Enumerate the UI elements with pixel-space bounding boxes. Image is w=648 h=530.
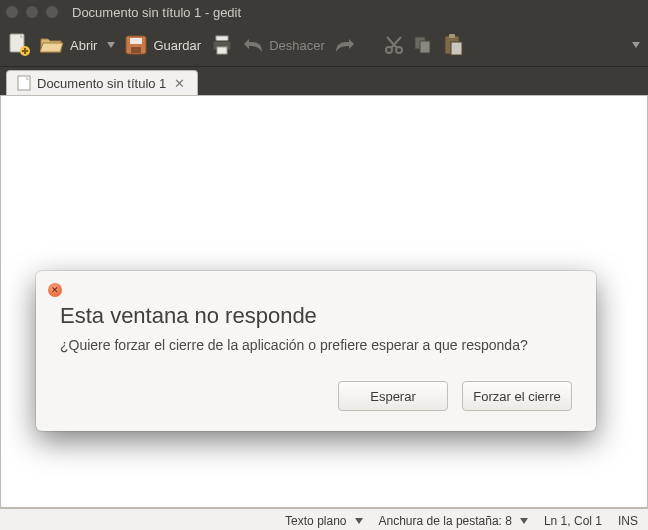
open-button[interactable]: Abrir [40, 35, 115, 55]
syntax-mode-selector[interactable]: Texto plano [285, 514, 362, 528]
wait-button[interactable]: Esperar [338, 381, 448, 411]
svg-rect-9 [217, 47, 227, 54]
cursor-position: Ln 1, Col 1 [544, 514, 602, 528]
toolbar-menu-chevron-icon[interactable] [632, 42, 640, 48]
new-file-button[interactable] [8, 33, 30, 57]
save-label: Guardar [153, 38, 201, 53]
close-icon: ✕ [51, 285, 59, 295]
window-title: Documento sin título 1 - gedit [72, 5, 241, 20]
copy-icon [413, 35, 433, 55]
open-label: Abrir [70, 38, 97, 53]
document-icon [17, 75, 31, 91]
save-button[interactable]: Guardar [125, 35, 201, 55]
undo-icon [243, 37, 263, 53]
svg-rect-17 [18, 76, 30, 90]
svg-rect-3 [22, 50, 28, 52]
chevron-down-icon [355, 518, 363, 524]
save-icon [125, 35, 147, 55]
insert-mode-indicator: INS [618, 514, 638, 528]
chevron-down-icon [520, 518, 528, 524]
force-quit-button[interactable]: Forzar el cierre [462, 381, 572, 411]
window-maximize-button[interactable] [46, 6, 58, 18]
tab-width-selector[interactable]: Anchura de la pestaña: 8 [379, 514, 528, 528]
window-titlebar: Documento sin título 1 - gedit [0, 0, 648, 24]
document-tabstrip: Documento sin título 1 ✕ [0, 67, 648, 95]
undo-button[interactable]: Deshacer [243, 37, 325, 53]
svg-rect-5 [130, 38, 142, 44]
syntax-mode-label: Texto plano [285, 514, 346, 528]
scissors-icon [385, 36, 403, 54]
tab-close-icon[interactable]: ✕ [172, 76, 187, 91]
open-folder-icon [40, 35, 64, 55]
not-responding-dialog: ✕ Esta ventana no responde ¿Quiere forza… [36, 271, 596, 431]
dialog-title: Esta ventana no responde [60, 303, 572, 329]
paste-icon [443, 34, 463, 56]
paste-button[interactable] [443, 34, 463, 56]
svg-rect-16 [451, 42, 462, 55]
window-minimize-button[interactable] [26, 6, 38, 18]
copy-button[interactable] [413, 35, 433, 55]
document-tab-label: Documento sin título 1 [37, 76, 166, 91]
redo-icon [335, 37, 355, 53]
window-close-button[interactable] [6, 6, 18, 18]
document-tab[interactable]: Documento sin título 1 ✕ [6, 70, 198, 95]
svg-rect-15 [449, 34, 455, 38]
new-file-icon [8, 33, 30, 57]
dialog-message: ¿Quiere forzar el cierre de la aplicació… [60, 337, 572, 353]
redo-button[interactable] [335, 37, 355, 53]
text-editor-area[interactable]: ✕ Esta ventana no responde ¿Quiere forza… [0, 95, 648, 508]
tab-width-label: Anchura de la pestaña: 8 [379, 514, 512, 528]
main-toolbar: Abrir Guardar Deshacer [0, 24, 648, 67]
undo-label: Deshacer [269, 38, 325, 53]
svg-rect-13 [420, 41, 430, 53]
status-bar: Texto plano Anchura de la pestaña: 8 Ln … [0, 508, 648, 530]
dialog-button-row: Esperar Forzar el cierre [60, 381, 572, 411]
print-button[interactable] [211, 35, 233, 55]
chevron-down-icon [107, 42, 115, 48]
svg-rect-6 [131, 47, 141, 53]
cut-button[interactable] [385, 36, 403, 54]
print-icon [211, 35, 233, 55]
dialog-close-button[interactable]: ✕ [48, 283, 62, 297]
